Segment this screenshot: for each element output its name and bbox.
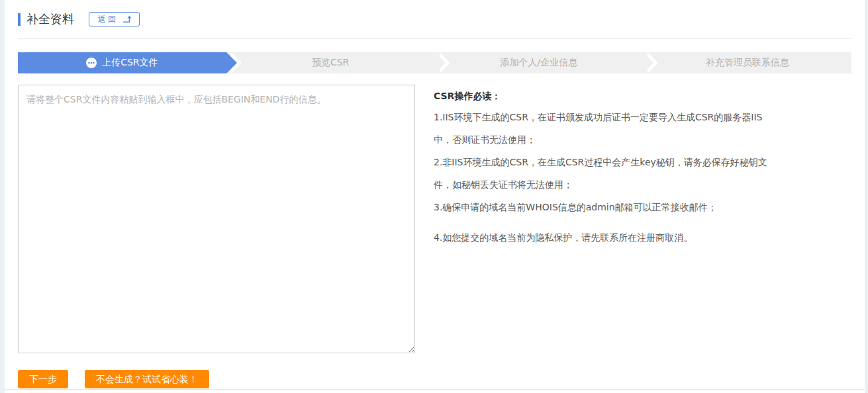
help-note-4: 4.如您提交的域名当前为隐私保护，请先联系所在注册商取消。: [434, 226, 773, 249]
content-panel: 补全资料 返回: [5, 0, 865, 393]
csr-help-panel: CSR操作必读： 1.IIS环境下生成的CSR，在证书颁发成功后证书一定要导入生…: [434, 85, 773, 249]
help-note-1: 1.IIS环境下生成的CSR，在证书颁发成功后证书一定要导入生成CSR的服务器I…: [434, 106, 773, 151]
step-label: 补充管理员联系信息: [706, 57, 789, 69]
return-arrow-icon: [122, 15, 132, 23]
step-admin-contact: 补充管理员联系信息: [643, 52, 851, 73]
main-area: CSR操作必读： 1.IIS环境下生成的CSR，在证书颁发成功后证书一定要导入生…: [18, 85, 851, 353]
step-label: 添加个人/企业信息: [501, 57, 578, 69]
title-accent-bar: [18, 13, 21, 26]
bottom-divider: [5, 389, 865, 390]
step-label: 上传CSR文件: [102, 57, 158, 69]
help-note-2: 2.非IIS环境生成的CSR，在生成CSR过程中会产生key秘钥，请务必保存好秘…: [434, 151, 773, 196]
page-title: 补全资料: [26, 11, 74, 27]
step-add-info: 添加个人/企业信息: [435, 52, 644, 73]
step-upload-csr: 上传CSR文件: [18, 52, 226, 73]
step-preview-csr: 预览CSR: [226, 52, 435, 73]
help-notes: 1.IIS环境下生成的CSR，在证书颁发成功后证书一定要导入生成CSR的服务器I…: [434, 106, 773, 249]
csr-content-input[interactable]: [18, 85, 415, 353]
help-title: CSR操作必读：: [434, 91, 773, 103]
back-button-label: 返回: [98, 15, 118, 23]
back-button[interactable]: 返回: [89, 12, 140, 26]
wizard-stepper: 上传CSR文件 预览CSR 添加个人/企业信息 补充管理员联系信息: [18, 52, 851, 73]
easy-install-button[interactable]: 不会生成？试试省心装！: [85, 370, 209, 388]
ellipsis-circle-icon: [86, 58, 97, 68]
help-note-3: 3.确保申请的域名当前WHOIS信息的admin邮箱可以正常接收邮件；: [434, 196, 773, 218]
header-divider: [18, 38, 851, 39]
next-step-button[interactable]: 下一步: [18, 370, 68, 388]
step-label: 预览CSR: [312, 57, 349, 69]
action-bar: 下一步 不会生成？试试省心装！: [18, 370, 851, 388]
page-header: 补全资料 返回: [18, 0, 851, 30]
